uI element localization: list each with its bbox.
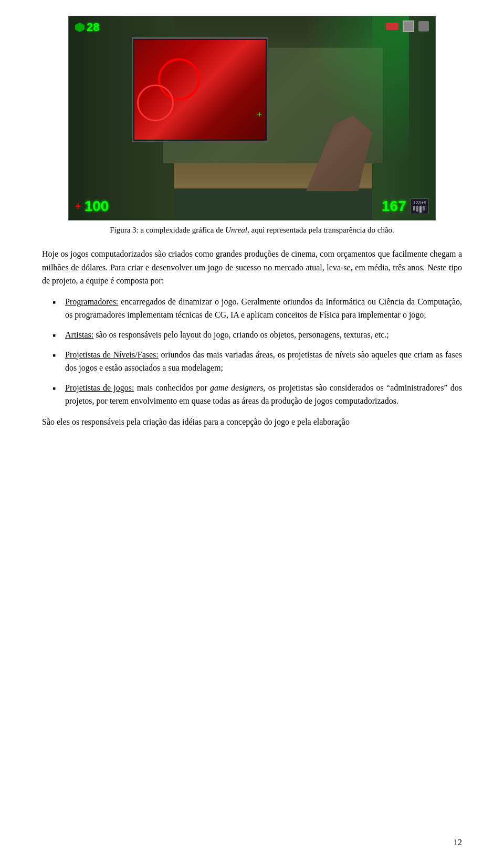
figure-caption-italic: Unreal, <box>225 226 249 234</box>
crosshair-icon: + <box>257 109 262 119</box>
target2 <box>137 85 174 121</box>
game-screenshot: + 28 + 100 167 123+5 <box>68 16 436 220</box>
term-projetistas-niveis: Projetistas de Níveis/Fases: <box>65 350 159 359</box>
list-item-projetistas-jogos: Projetistas de jogos: mais conhecidos po… <box>52 381 462 408</box>
weapon-box-icon <box>403 20 414 32</box>
text-programadores: encarregados de dinamizar o jogo. Geralm… <box>65 297 462 320</box>
list-item-programadores: Programadores: encarregados de dinamizar… <box>52 295 462 322</box>
page-container: + 28 + 100 167 123+5 <box>0 0 504 863</box>
list-item-artistas: Artistas: são os responsáveis pelo layou… <box>52 328 462 342</box>
paragraph-2: São eles os responsáveis pela criação da… <box>42 415 462 429</box>
figure-caption: Figura 3: a complexidade gráfica de Unre… <box>110 226 394 235</box>
hud-bottom-left: + 100 <box>75 198 109 215</box>
term-programadores: Programadores: <box>65 297 118 306</box>
ammo-extra: 123+5 <box>411 198 429 214</box>
health-plus-icon: + <box>75 201 81 213</box>
italic-game-designers: game designers <box>210 383 263 392</box>
shield-value: 28 <box>87 20 99 34</box>
hud-top-right <box>386 20 429 32</box>
bullet-list: Programadores: encarregados de dinamizar… <box>52 295 462 408</box>
list-item-projetistas-niveis: Projetistas de Níveis/Fases: oriundos da… <box>52 348 462 375</box>
ammo-value: 167 <box>382 198 406 215</box>
figure-caption-text-after: aqui representada pela transparência do … <box>249 226 394 234</box>
text-projetistas-jogos-1: mais conhecidos por <box>134 383 210 392</box>
weapon-wrench-icon <box>418 21 429 31</box>
shield-icon <box>75 23 85 32</box>
health-value: 100 <box>85 198 109 215</box>
hud-top-left: 28 <box>75 20 99 34</box>
term-artistas: Artistas: <box>65 330 93 339</box>
term-projetistas-jogos: Projetistas de jogos: <box>65 383 134 392</box>
paragraph-1: Hoje os jogos computadorizados são criad… <box>42 247 462 288</box>
figure-caption-text-before: Figura 3: a complexidade gráfica de <box>110 226 225 234</box>
page-number: 12 <box>454 838 462 847</box>
figure-container: + 28 + 100 167 123+5 <box>42 16 462 235</box>
hud-bottom-right: 167 123+5 <box>382 198 429 215</box>
text-artistas: são os responsáveis pelo layout do jogo,… <box>93 330 389 339</box>
weapon-red-icon <box>386 23 398 30</box>
